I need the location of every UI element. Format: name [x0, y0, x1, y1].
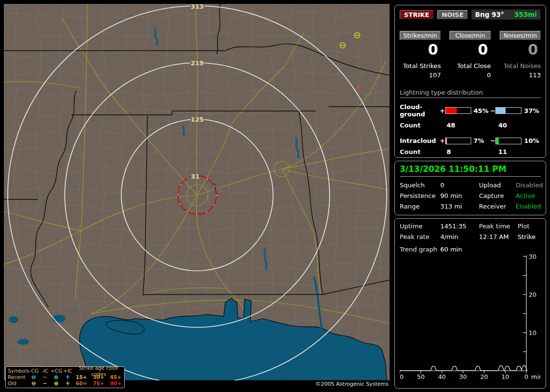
trend-graph: 1020306050403020100min — [400, 254, 541, 380]
svg-text:min: min — [531, 373, 541, 380]
cloud-ground-row: Cloud-ground + 45% − 37% — [400, 103, 541, 118]
age-code-90: 90+ — [107, 380, 124, 387]
plot-value: Strike — [518, 233, 541, 240]
plot-label: Plot — [518, 223, 541, 230]
svg-text:0: 0 — [524, 373, 528, 380]
old-pos-cg-icon: ⊕ — [50, 380, 63, 387]
app-root: { "map": { "ring_labels": {"r1": "31", "… — [0, 0, 550, 392]
persistence-value: 90 min — [440, 192, 479, 199]
age-code-75: 75+ — [90, 380, 107, 387]
total-noises-value: 113 — [500, 71, 541, 79]
ring-label-125: 125 — [190, 116, 203, 123]
peak-time-value: 12:17 AM — [479, 233, 518, 240]
peak-time-label: Peak time — [479, 223, 518, 230]
age-code-15: 15+ — [73, 374, 90, 380]
peak-rate-label: Peak rate — [400, 233, 440, 240]
legend-row-old: Old — [8, 380, 28, 387]
close-per-min-button[interactable]: Close/min — [449, 31, 491, 40]
close-per-min-value: 0 — [449, 42, 491, 58]
map-image: 313 219 125 31 — [4, 4, 390, 380]
intracloud-label: Intracloud — [400, 137, 440, 144]
svg-text:20: 20 — [529, 291, 536, 298]
svg-text:10: 10 — [529, 329, 536, 336]
pos-cg-count: 48 — [447, 122, 498, 129]
strike-mode-button[interactable]: STRIKE — [400, 10, 434, 19]
neg-cg-bar-fill — [496, 108, 505, 113]
svg-text:50: 50 — [417, 373, 425, 380]
capture-status: Active — [516, 192, 543, 199]
copyright-text: ©2005 Astrogenic Systems — [316, 381, 389, 387]
upload-status: Disabled — [516, 182, 543, 189]
age-code-45: 45+ — [107, 374, 124, 380]
bearing-label: Bng 93° — [475, 11, 504, 18]
noises-per-min-value: 0 — [500, 42, 541, 58]
pos-ic-percent: 7% — [471, 137, 491, 144]
svg-text:30: 30 — [529, 254, 536, 260]
old-pos-ic-icon: + — [62, 380, 73, 387]
legend-symbols-header: Symbols — [8, 368, 28, 374]
trend-window-value: 60 min — [440, 246, 462, 253]
squelch-label: Squelch — [400, 182, 440, 189]
range-value: 313 mi — [440, 203, 479, 210]
strike-summary-panel: STRIKE NOISE Bng 93° 353mi Strikes/min C… — [394, 5, 546, 158]
bearing-range: 353mi — [514, 11, 537, 18]
noise-mode-button[interactable]: NOISE — [437, 10, 468, 19]
age-code-60: 60+ — [73, 380, 90, 387]
neg-cg-percent: 37% — [521, 107, 541, 114]
neg-cg-count: 40 — [498, 122, 507, 129]
neg-cg-bar — [495, 107, 521, 114]
datetime-display: 3/13/2026 11:50:11 PM — [400, 164, 541, 177]
neg-ic-bar — [495, 138, 521, 144]
ring-label-31: 31 — [191, 173, 200, 180]
intracloud-count-row: Count 8 11 — [400, 148, 541, 155]
pos-cg-bar-fill — [446, 108, 457, 113]
receiver-label: Receiver — [479, 203, 516, 210]
pos-cg-percent: 45% — [471, 107, 491, 114]
peak-rate-value: 4/min — [440, 233, 479, 240]
svg-text:60: 60 — [400, 373, 404, 380]
ring-label-219: 219 — [190, 59, 203, 67]
count-label: Count — [400, 148, 447, 155]
pos-ic-bar-fill — [446, 138, 448, 144]
status-panel: 3/13/2026 11:50:11 PM Squelch 0 Upload D… — [394, 161, 546, 215]
age-code-30: 30+ — [90, 374, 107, 380]
map-canvas[interactable]: 313 219 125 31 Symbols -CG -IC +CG +IC S… — [4, 4, 390, 388]
total-strikes-label: Total Strikes — [400, 62, 441, 70]
pos-ic-bar — [445, 138, 471, 144]
total-strikes-value: 107 — [400, 71, 441, 79]
uptime-label: Uptime — [400, 223, 440, 230]
pos-cg-bar — [445, 107, 471, 114]
old-neg-ic-icon: − — [40, 380, 50, 387]
symbols-legend: Symbols -CG -IC +CG +IC Strike age color… — [5, 366, 125, 388]
receiver-status: Enabled — [516, 203, 543, 210]
uptime-value: 1451:35 — [440, 223, 479, 230]
svg-text:10: 10 — [501, 373, 509, 380]
svg-text:40: 40 — [438, 373, 446, 380]
pos-ic-count: 8 — [447, 148, 498, 155]
squelch-value: 0 — [440, 182, 479, 189]
plus-sign: + — [440, 107, 445, 114]
cloud-ground-label: Cloud-ground — [400, 103, 440, 118]
minus-sign: − — [490, 137, 495, 144]
trend-graph-label: Trend graph — [400, 246, 440, 253]
cloud-ground-count-row: Count 48 40 — [400, 122, 541, 129]
plus-sign: + — [440, 137, 445, 144]
ring-label-313: 313 — [190, 4, 203, 10]
persistence-label: Persistence — [400, 192, 440, 199]
intracloud-row: Intracloud + 7% − 10% — [400, 137, 541, 144]
legend-row-recent: Recent — [8, 374, 28, 380]
upload-label: Upload — [479, 182, 516, 189]
strikes-per-min-button[interactable]: Strikes/min — [400, 31, 441, 40]
total-noises-label: Total Noises — [500, 62, 541, 70]
neg-ic-percent: 10% — [521, 137, 541, 144]
minus-sign: − — [490, 107, 495, 114]
capture-label: Capture — [479, 192, 516, 199]
svg-text:30: 30 — [459, 373, 467, 380]
neg-ic-count: 11 — [498, 148, 507, 155]
total-close-label: Total Close — [449, 62, 491, 70]
neg-ic-bar-fill — [496, 138, 498, 144]
noises-per-min-button[interactable]: Noises/min — [500, 31, 541, 40]
distribution-title: Lightning type distribution — [400, 89, 541, 98]
count-label: Count — [400, 122, 447, 129]
old-neg-cg-icon: ⊖ — [28, 380, 40, 387]
